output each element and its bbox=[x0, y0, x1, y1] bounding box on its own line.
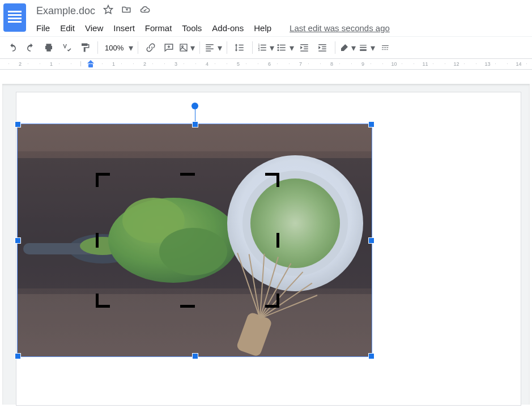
resize-handle-top-right[interactable] bbox=[368, 121, 374, 128]
numbered-list-dropdown[interactable]: 123 ▾ bbox=[257, 40, 274, 56]
toolbar-separator bbox=[227, 41, 227, 54]
zoom-dropdown[interactable]: 100% ▾ bbox=[103, 40, 133, 56]
resize-handle-bottom-left[interactable] bbox=[15, 353, 21, 359]
toolbar-separator bbox=[138, 41, 138, 54]
docs-logo-icon[interactable] bbox=[3, 3, 26, 32]
line-spacing-button[interactable] bbox=[232, 40, 248, 56]
selected-image[interactable] bbox=[17, 124, 372, 357]
add-comment-button[interactable] bbox=[161, 40, 177, 56]
resize-handle-bottom-right[interactable] bbox=[368, 353, 374, 359]
crop-edge-top[interactable] bbox=[180, 173, 195, 176]
undo-button[interactable] bbox=[5, 40, 20, 56]
increase-indent-button[interactable] bbox=[314, 40, 330, 56]
svg-point-7 bbox=[278, 47, 279, 49]
svg-rect-21 bbox=[18, 124, 372, 151]
star-outline-icon[interactable] bbox=[103, 5, 113, 17]
crop-edge-left[interactable] bbox=[96, 233, 99, 248]
menu-edit[interactable]: Edit bbox=[60, 23, 75, 33]
svg-rect-14 bbox=[385, 47, 386, 48]
border-weight-dropdown[interactable]: ▾ bbox=[358, 40, 375, 56]
svg-point-8 bbox=[278, 49, 279, 51]
print-button[interactable] bbox=[41, 40, 57, 56]
svg-rect-18 bbox=[385, 49, 386, 50]
toolbar-separator bbox=[335, 41, 335, 54]
menu-file[interactable]: File bbox=[36, 23, 50, 33]
menu-insert[interactable]: Insert bbox=[113, 23, 135, 33]
paint-format-button[interactable] bbox=[77, 40, 93, 56]
menu-format[interactable]: Format bbox=[145, 23, 172, 33]
toolbar-separator bbox=[199, 41, 200, 54]
crop-corner-bottom-left[interactable] bbox=[96, 293, 110, 308]
resize-handle-left[interactable] bbox=[15, 237, 21, 244]
menu-view[interactable]: View bbox=[85, 23, 103, 33]
svg-rect-9 bbox=[360, 45, 367, 45]
svg-rect-19 bbox=[387, 49, 388, 50]
svg-text:3: 3 bbox=[258, 48, 259, 52]
border-dash-dropdown[interactable] bbox=[377, 40, 393, 56]
menu-addons[interactable]: Add-ons bbox=[212, 23, 244, 33]
spellcheck-button[interactable] bbox=[59, 40, 75, 56]
toolbar-separator bbox=[97, 41, 98, 54]
svg-rect-12 bbox=[382, 45, 389, 46]
last-edit-link[interactable]: Last edit was seconds ago bbox=[290, 23, 390, 33]
svg-point-6 bbox=[278, 44, 279, 46]
border-color-dropdown[interactable]: ▾ bbox=[340, 40, 356, 56]
resize-handle-top-left[interactable] bbox=[15, 121, 21, 128]
indent-marker[interactable] bbox=[87, 60, 94, 67]
svg-rect-11 bbox=[360, 49, 367, 51]
redo-button[interactable] bbox=[23, 40, 39, 56]
horizontal-ruler[interactable]: 2 1 1 2 3 4 5 6 7 8 9 10 11 12 13 14 bbox=[0, 59, 532, 70]
folder-move-icon[interactable] bbox=[121, 5, 131, 17]
title-bar: Example.doc File Edit View Insert Format… bbox=[0, 0, 532, 36]
editor-surface bbox=[2, 84, 530, 405]
cloud-done-icon[interactable] bbox=[139, 5, 151, 17]
svg-marker-0 bbox=[104, 6, 113, 14]
svg-rect-16 bbox=[382, 49, 384, 50]
svg-point-2 bbox=[181, 46, 183, 48]
crop-edge-bottom[interactable] bbox=[180, 305, 195, 308]
resize-handle-right[interactable] bbox=[368, 237, 374, 244]
crop-region[interactable] bbox=[97, 175, 278, 306]
toolbar-separator bbox=[252, 41, 253, 54]
svg-rect-10 bbox=[360, 47, 367, 48]
bulleted-list-dropdown[interactable]: ▾ bbox=[276, 40, 293, 56]
align-dropdown[interactable]: ▾ bbox=[205, 40, 222, 56]
crop-edge-right[interactable] bbox=[276, 233, 279, 248]
toolbar: 100% ▾ ▾ ▾ 123 ▾ ▾ ▾ ▾ bbox=[0, 36, 532, 59]
decrease-indent-button[interactable] bbox=[296, 40, 312, 56]
document-title[interactable]: Example.doc bbox=[36, 5, 95, 17]
menu-bar: File Edit View Insert Format Tools Add-o… bbox=[36, 19, 390, 36]
resize-handle-top[interactable] bbox=[192, 121, 198, 128]
insert-image-dropdown[interactable]: ▾ bbox=[179, 40, 195, 56]
crop-corner-top-left[interactable] bbox=[96, 173, 110, 188]
crop-corner-top-right[interactable] bbox=[265, 173, 279, 188]
rotation-handle[interactable] bbox=[191, 103, 198, 109]
svg-rect-13 bbox=[382, 47, 384, 48]
resize-handle-bottom[interactable] bbox=[192, 353, 198, 359]
menu-help[interactable]: Help bbox=[254, 23, 271, 33]
svg-rect-17 bbox=[384, 49, 385, 50]
insert-link-button[interactable] bbox=[143, 40, 159, 56]
crop-corner-bottom-right[interactable] bbox=[265, 293, 279, 308]
menu-tools[interactable]: Tools bbox=[182, 23, 202, 33]
document-page[interactable] bbox=[16, 92, 521, 406]
svg-rect-15 bbox=[387, 47, 389, 48]
